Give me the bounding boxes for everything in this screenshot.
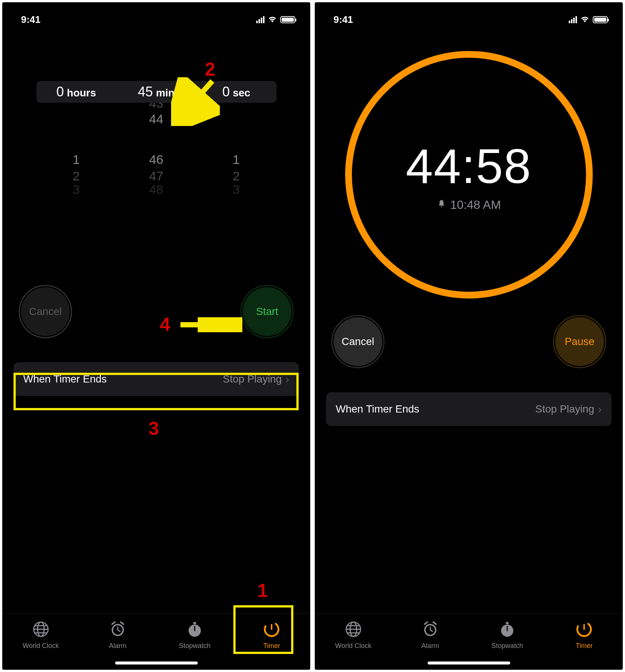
annotation-2: 2 xyxy=(205,58,215,80)
when-timer-ends-row[interactable]: When Timer Ends Stop Playing › xyxy=(326,392,611,426)
cancel-button: Cancel xyxy=(21,287,70,336)
tab-timer[interactable]: Timer xyxy=(556,621,612,650)
tab-alarm[interactable]: Alarm xyxy=(402,621,458,650)
svg-line-17 xyxy=(182,81,212,115)
picker-selected-row: 0 hours 45 min 0 sec xyxy=(36,81,276,103)
annotation-box-3 xyxy=(14,373,299,410)
time-picker[interactable]: 42 43 44 0 hours 45 min 0 sec 1461 2472 … xyxy=(2,32,310,227)
timer-running: 44:58 10:48 AM xyxy=(315,32,623,317)
tab-world-clock[interactable]: World Clock xyxy=(325,621,382,650)
svg-line-9 xyxy=(112,622,115,624)
annotation-1: 1 xyxy=(257,580,268,602)
chevron-right-icon: › xyxy=(598,403,602,416)
arrow-icon xyxy=(179,317,242,334)
tab-world-clock[interactable]: World Clock xyxy=(13,621,69,650)
timer-controls: Cancel Start xyxy=(2,287,310,336)
time-remaining: 44:58 xyxy=(406,138,532,194)
status-icons xyxy=(256,15,295,24)
tab-alarm[interactable]: Alarm xyxy=(90,621,146,650)
wifi-icon xyxy=(267,15,277,24)
home-indicator[interactable] xyxy=(428,662,510,664)
stopwatch-icon xyxy=(186,621,203,640)
cellular-icon xyxy=(569,16,577,23)
cellular-icon xyxy=(256,16,264,23)
svg-rect-32 xyxy=(506,622,509,624)
battery-icon xyxy=(593,16,608,23)
svg-line-30 xyxy=(433,622,436,624)
svg-line-29 xyxy=(425,622,428,624)
annotation-3: 3 xyxy=(149,418,159,440)
timer-end-time: 10:48 AM xyxy=(437,198,501,212)
cancel-button[interactable]: Cancel xyxy=(334,317,382,366)
timer-progress-circle: 44:58 10:48 AM xyxy=(345,51,593,298)
start-button[interactable]: Start xyxy=(243,287,291,336)
when-timer-ends-value: Stop Playing xyxy=(535,403,594,415)
bell-icon xyxy=(437,198,446,212)
picker-hours[interactable]: 0 hours xyxy=(36,84,116,100)
timer-controls: Cancel Pause xyxy=(315,317,623,366)
phone-screen-right: 9:41 44:58 10:48 AM Cancel Pa xyxy=(315,2,623,670)
annotation-box-1 xyxy=(233,605,293,654)
globe-icon xyxy=(345,621,362,640)
svg-line-10 xyxy=(121,622,124,624)
globe-icon xyxy=(32,621,50,640)
status-icons xyxy=(569,15,608,24)
wifi-icon xyxy=(580,15,590,24)
status-bar: 9:41 xyxy=(315,2,623,32)
tab-stopwatch[interactable]: Stopwatch xyxy=(167,621,223,650)
pause-button[interactable]: Pause xyxy=(555,317,604,366)
tab-stopwatch[interactable]: Stopwatch xyxy=(479,621,535,650)
battery-icon xyxy=(280,16,295,23)
status-time: 9:41 xyxy=(21,14,41,26)
svg-rect-12 xyxy=(193,622,196,624)
arrow-icon xyxy=(171,77,220,128)
home-indicator[interactable] xyxy=(115,662,198,664)
alarm-clock-icon xyxy=(109,621,126,640)
phone-screen-left: 9:41 42 43 44 0 hours 45 min 0 xyxy=(2,2,310,670)
timer-icon xyxy=(575,621,593,640)
when-timer-ends-label: When Timer Ends xyxy=(336,403,419,415)
stopwatch-icon xyxy=(499,621,516,640)
status-bar: 9:41 xyxy=(2,2,310,32)
status-time: 9:41 xyxy=(334,14,353,26)
annotation-4: 4 xyxy=(160,314,170,335)
alarm-clock-icon xyxy=(422,621,439,640)
